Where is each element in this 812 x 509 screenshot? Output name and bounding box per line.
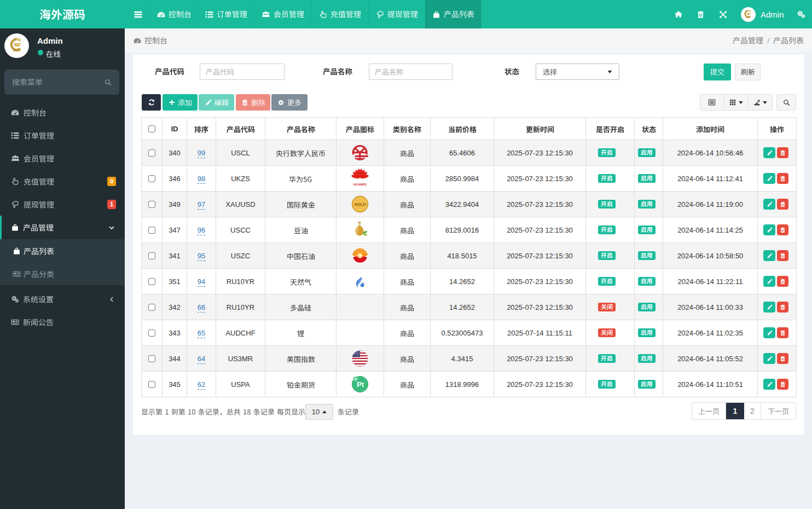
svg-text:GOLD: GOLD (354, 202, 366, 207)
svg-text:HUAWEI: HUAWEI (353, 183, 367, 186)
svg-text:Pt: Pt (357, 380, 364, 389)
